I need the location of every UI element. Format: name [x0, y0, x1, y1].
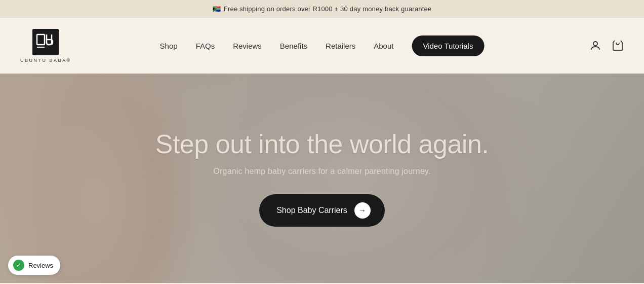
svg-point-2 — [593, 42, 597, 46]
cart-icon[interactable] — [612, 40, 624, 52]
account-icon[interactable] — [589, 40, 601, 52]
reviews-badge-label: Reviews — [28, 262, 53, 269]
flag-icon: 🇿🇦 — [213, 5, 221, 13]
shop-baby-carriers-button[interactable]: Shop Baby Carriers → — [259, 194, 385, 227]
announcement-bar: 🇿🇦 Free shipping on orders over R1000 + … — [0, 0, 644, 18]
nav-item-retailers[interactable]: Retailers — [326, 42, 355, 50]
hero-subtext: Organic hemp baby carriers for a calmer … — [213, 167, 430, 176]
nav-item-shop[interactable]: Shop — [160, 42, 178, 50]
shop-btn-arrow-icon: → — [354, 202, 371, 219]
svg-rect-0 — [37, 34, 45, 45]
navigation: Shop FAQs Reviews Benefits Retailers Abo… — [160, 36, 485, 56]
logo[interactable]: UBUNTU BABA® — [20, 29, 71, 63]
nav-item-about[interactable]: About — [374, 42, 393, 50]
announcement-text: Free shipping on orders over R1000 + 30 … — [224, 5, 432, 13]
brand-name: UBUNTU BABA® — [20, 58, 71, 63]
header: UBUNTU BABA® Shop FAQs Reviews Benefits … — [0, 18, 644, 74]
header-icons — [589, 40, 624, 52]
reviews-badge[interactable]: ✓ Reviews — [8, 256, 60, 275]
shop-btn-label: Shop Baby Carriers — [276, 206, 347, 215]
hero-content: Step out into the world again. Organic h… — [0, 74, 644, 283]
nav-item-reviews[interactable]: Reviews — [233, 42, 262, 50]
reviews-check-icon: ✓ — [13, 260, 24, 271]
nav-item-faqs[interactable]: FAQs — [196, 42, 215, 50]
nav-item-benefits[interactable]: Benefits — [280, 42, 307, 50]
hero-headline: Step out into the world again. — [155, 130, 489, 159]
svg-rect-1 — [37, 47, 45, 48]
logo-svg — [36, 33, 55, 51]
logo-box — [32, 29, 59, 55]
hero-section: Step out into the world again. Organic h… — [0, 74, 644, 283]
video-tutorials-button[interactable]: Video Tutorials — [412, 36, 484, 56]
